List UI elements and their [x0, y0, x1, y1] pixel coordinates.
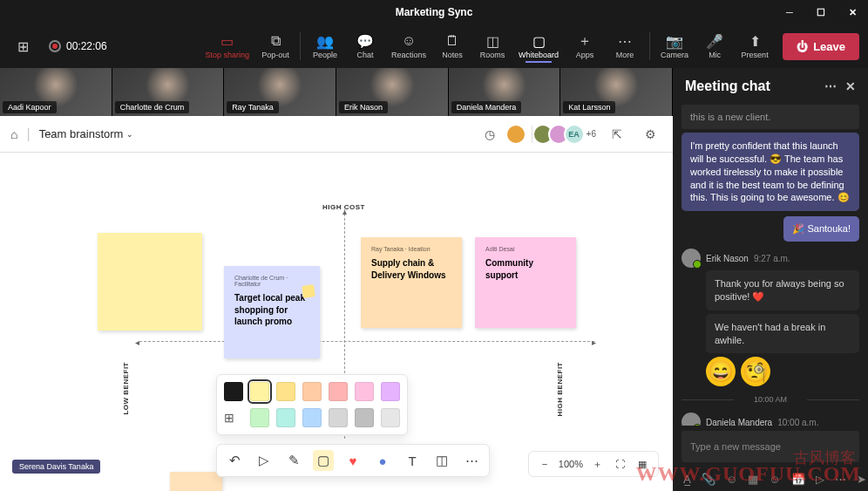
text-tool[interactable]: T — [402, 450, 423, 471]
camera-button[interactable]: 📷Camera — [655, 30, 694, 63]
chat-input[interactable]: Type a new message — [682, 431, 859, 462]
sticky-note-orange[interactable]: Ray Tanaka · Ideation Supply chain & Del… — [361, 237, 462, 328]
sticky-note-tool[interactable]: ▢ — [313, 450, 334, 471]
color-swatch[interactable] — [329, 408, 348, 427]
chat-message[interactable]: Thank you for always being so positive! … — [706, 270, 859, 310]
axis-horizontal — [139, 341, 594, 342]
whiteboard-icon: ▢ — [532, 33, 546, 49]
color-swatch[interactable] — [381, 408, 400, 427]
rooms-icon: ◫ — [486, 33, 499, 49]
chat-message-own[interactable]: 🎉 Santouka! — [783, 216, 859, 242]
hangup-icon: ⏻ — [797, 40, 808, 53]
notes-button[interactable]: 🗒Notes — [433, 30, 471, 63]
color-swatch[interactable] — [355, 382, 374, 401]
timer-icon[interactable]: ◷ — [478, 122, 502, 147]
color-swatch[interactable] — [276, 382, 295, 401]
minimize-button[interactable]: ─ — [774, 0, 805, 24]
more-button[interactable]: ⋯More — [606, 30, 644, 63]
sticky-note-partial[interactable] — [170, 472, 222, 491]
undo-button[interactable]: ↶ — [224, 450, 245, 471]
video-tile[interactable]: Kat Larsson — [560, 68, 673, 116]
sticky-note-blue[interactable]: Charlotte de Crum · Facilitator Target l… — [224, 266, 320, 358]
minimap-button[interactable]: ▦ — [634, 455, 651, 473]
stop-sharing-button[interactable]: ▭Stop sharing — [200, 30, 255, 63]
zoom-out-button[interactable]: − — [536, 455, 553, 473]
apps-button[interactable]: ＋Apps — [566, 30, 604, 63]
color-swatch[interactable] — [224, 382, 243, 401]
more-icon: ⋯ — [618, 33, 632, 49]
emoji-thinking[interactable]: 🧐 — [741, 357, 770, 386]
color-swatch[interactable] — [355, 408, 374, 427]
chat-message-own[interactable]: I'm pretty confident that this launch wi… — [682, 133, 859, 211]
video-tile[interactable]: Ray Tanaka — [224, 68, 336, 116]
recording-indicator: 00:22:06 — [49, 40, 107, 52]
video-tile[interactable]: Charlotte de Crum — [112, 68, 225, 116]
whiteboard-canvas[interactable]: HIGH COST LOW BENEFIT HIGH BENEFIT ▴ ◂ ▸… — [0, 153, 673, 491]
chat-message[interactable]: We haven't had a break in awhile. — [706, 314, 859, 354]
camera-icon: 📷 — [666, 33, 683, 49]
stream-icon[interactable]: ▷ — [816, 473, 824, 486]
axis-label-left: LOW BENEFIT — [122, 362, 130, 415]
format-icon[interactable]: A̲ — [683, 473, 691, 486]
sticker-icon[interactable]: ☺ — [769, 473, 780, 486]
color-palette: ⊞ — [216, 374, 408, 435]
color-swatch[interactable] — [329, 382, 348, 401]
chat-close-icon[interactable]: ✕ — [845, 79, 856, 93]
more-format-icon[interactable]: ⋯ — [835, 473, 846, 486]
apps-icon: ＋ — [578, 33, 592, 49]
whiteboard-button[interactable]: ▢Whiteboard — [513, 30, 564, 63]
sticky-note-pink[interactable]: Aditi Desai Community support — [475, 237, 576, 328]
home-icon[interactable]: ⌂ — [10, 127, 17, 141]
pointer-tool[interactable]: ▷ — [254, 450, 275, 471]
pen-tool[interactable]: ✎ — [283, 450, 304, 471]
chat-button[interactable]: 💬Chat — [346, 30, 384, 63]
comment-tool[interactable]: ● — [372, 450, 393, 471]
chat-header: Meeting chat ⋯ ✕ — [673, 68, 868, 105]
gif-icon[interactable]: ▦ — [748, 473, 758, 486]
mic-icon: 🎤 — [706, 33, 723, 49]
chat-more-icon[interactable]: ⋯ — [824, 79, 837, 93]
mic-button[interactable]: 🎤Mic — [695, 30, 734, 63]
grid-toggle[interactable]: ⊞ — [224, 411, 243, 425]
people-button[interactable]: 👥People — [306, 30, 344, 63]
send-icon[interactable]: ➤ — [857, 473, 866, 486]
share-icon[interactable]: ⇱ — [605, 122, 629, 147]
color-swatch[interactable] — [250, 408, 269, 427]
meeting-toolbar: ⊞ 00:22:06 ▭Stop sharing ⧉Pop-out 👥Peopl… — [0, 24, 868, 68]
emoji-laugh[interactable]: 😄 — [706, 357, 736, 386]
sticky-note-yellow[interactable] — [98, 233, 202, 331]
overflow-count[interactable]: +6 — [587, 129, 596, 139]
color-swatch[interactable] — [302, 408, 322, 427]
more-tools[interactable]: ⋯ — [461, 450, 482, 471]
attach-icon[interactable]: 📎 — [702, 473, 715, 486]
video-tile[interactable]: Daniela Mandera — [449, 68, 561, 116]
leave-button[interactable]: ⏻Leave — [783, 33, 859, 60]
video-tile[interactable]: Aadi Kapoor — [0, 68, 112, 116]
time-separator: 10:00 AM — [682, 395, 859, 404]
whiteboard-header: ⌂ | Team brainstorm ⌄ ◷ EA +6 ⇱ ⚙ — [0, 116, 673, 153]
settings-icon[interactable]: ⚙ — [638, 122, 662, 147]
pop-out-button[interactable]: ⧉Pop-out — [256, 30, 295, 63]
present-button[interactable]: ⬆Present — [736, 30, 774, 63]
color-swatch[interactable] — [276, 408, 295, 427]
video-strip: Aadi Kapoor Charlotte de Crum Ray Tanaka… — [0, 68, 673, 116]
reactions-button[interactable]: ☺Reactions — [386, 30, 431, 63]
board-name-dropdown[interactable]: Team brainstorm ⌄ — [39, 127, 134, 140]
schedule-icon[interactable]: 📅 — [791, 473, 805, 486]
color-swatch[interactable] — [302, 382, 322, 401]
color-swatch[interactable] — [381, 382, 400, 401]
shape-tool[interactable]: ◫ — [431, 450, 452, 471]
video-tile[interactable]: Erik Nason — [336, 68, 449, 116]
meeting-title: Marketing Sync — [396, 6, 473, 18]
maximize-button[interactable]: ☐ — [805, 0, 837, 24]
title-bar: Marketing Sync ─ ☐ ✕ — [0, 0, 868, 24]
zoom-in-button[interactable]: ＋ — [588, 455, 606, 473]
reaction-tool[interactable]: ♥ — [342, 450, 363, 471]
rooms-button[interactable]: ◫Rooms — [473, 30, 512, 63]
presence-avatars[interactable]: EA +6 — [511, 124, 596, 145]
emoji-icon[interactable]: ☺ — [726, 473, 737, 486]
close-button[interactable]: ✕ — [837, 0, 868, 24]
color-swatch[interactable] — [250, 382, 269, 401]
grid-view-button[interactable]: ⊞ — [9, 32, 37, 60]
fit-screen-button[interactable]: ⛶ — [611, 455, 628, 473]
